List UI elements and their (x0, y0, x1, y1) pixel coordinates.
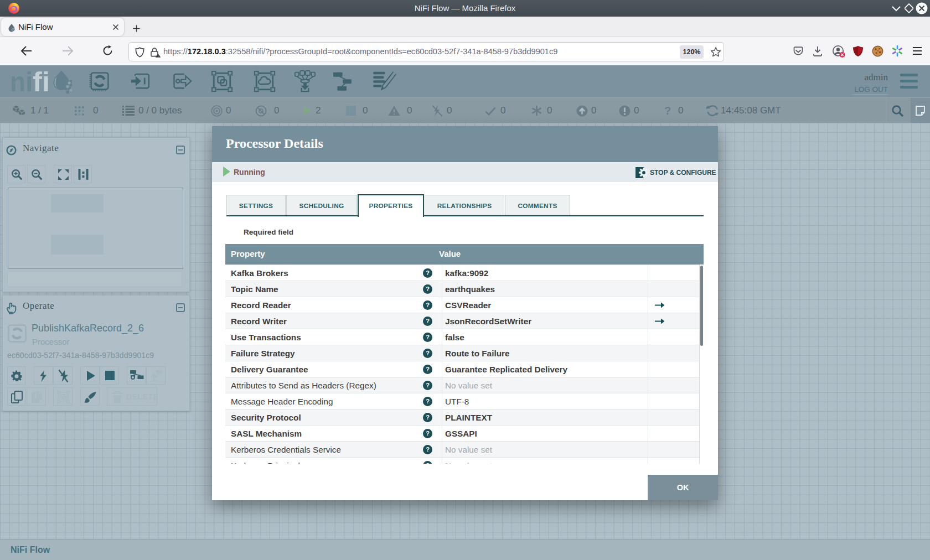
svg-text:fi: fi (33, 67, 50, 95)
svg-text:ni: ni (10, 67, 33, 95)
